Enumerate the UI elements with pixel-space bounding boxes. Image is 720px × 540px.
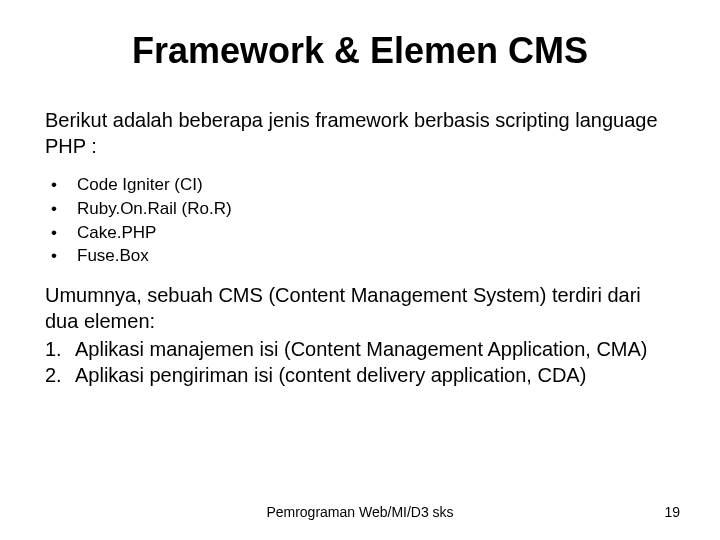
list-item-text: Code Igniter (CI) xyxy=(77,173,203,197)
list-item: •Cake.PHP xyxy=(51,221,675,245)
footer-text: Pemrograman Web/MI/D3 sks xyxy=(266,504,453,520)
list-item: •Code Igniter (CI) xyxy=(51,173,675,197)
list-item: •Fuse.Box xyxy=(51,244,675,268)
intro-text: Berikut adalah beberapa jenis framework … xyxy=(45,107,675,159)
list-item-text: Aplikasi manajemen isi (Content Manageme… xyxy=(75,336,675,362)
list-item-text: Ruby.On.Rail (Ro.R) xyxy=(77,197,232,221)
list-item: 1.Aplikasi manajemen isi (Content Manage… xyxy=(45,336,675,362)
number-marker: 1. xyxy=(45,336,75,362)
list-item: 2.Aplikasi pengiriman isi (content deliv… xyxy=(45,362,675,388)
list-item-text: Cake.PHP xyxy=(77,221,156,245)
page-number: 19 xyxy=(664,504,680,520)
numbered-list: 1.Aplikasi manajemen isi (Content Manage… xyxy=(45,336,675,388)
body-text: Umumnya, sebuah CMS (Content Management … xyxy=(45,282,675,334)
footer: Pemrograman Web/MI/D3 sks xyxy=(0,504,720,520)
number-marker: 2. xyxy=(45,362,75,388)
bullet-list: •Code Igniter (CI) •Ruby.On.Rail (Ro.R) … xyxy=(45,173,675,268)
list-item-text: Aplikasi pengiriman isi (content deliver… xyxy=(75,362,675,388)
bullet-icon: • xyxy=(51,173,77,197)
list-item-text: Fuse.Box xyxy=(77,244,149,268)
bullet-icon: • xyxy=(51,221,77,245)
bullet-icon: • xyxy=(51,197,77,221)
list-item: •Ruby.On.Rail (Ro.R) xyxy=(51,197,675,221)
bullet-icon: • xyxy=(51,244,77,268)
slide-title: Framework & Elemen CMS xyxy=(45,30,675,72)
